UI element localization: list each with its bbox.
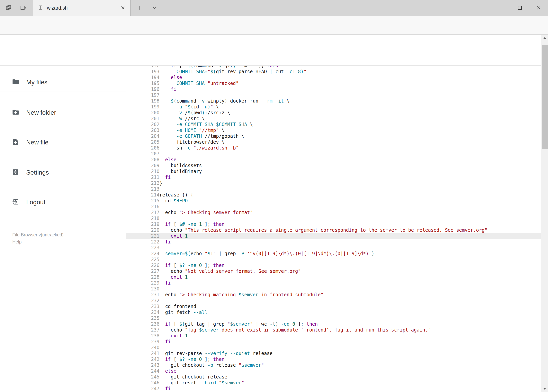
code-text: COMMIT_SHA="untracked" (160, 81, 541, 86)
tab-preview-icon[interactable] (4, 4, 13, 12)
code-line[interactable]: 220 echo "This release script requires a… (126, 227, 541, 233)
code-text (160, 245, 541, 251)
code-line[interactable]: 230 (126, 286, 541, 292)
code-line[interactable]: 229 fi (126, 280, 541, 286)
code-line[interactable]: 247 fi (126, 386, 541, 392)
code-line[interactable]: 219 if [ $# -ne 1 ]; then (126, 222, 541, 227)
code-line[interactable]: 224 semver=$(echo "$1" | grep -P '^v(0|[… (126, 251, 541, 257)
code-editor[interactable]: 192 if [ "$(command -v git)" != "" ]; th… (126, 66, 541, 392)
code-text (160, 92, 541, 98)
new-folder-icon (12, 108, 19, 117)
code-line[interactable]: 223 (126, 245, 541, 251)
code-text: echo "> Checking matching $semver in fro… (160, 292, 541, 298)
code-line[interactable]: 205 filebrowser/dev \ (126, 139, 541, 145)
line-number: 192 (126, 66, 160, 69)
code-line[interactable]: 201 -w //src \ (126, 116, 541, 122)
line-number: 212 (126, 181, 160, 186)
line-number: 233 (126, 304, 160, 310)
code-line[interactable]: 233 cd frontend (126, 304, 541, 310)
tab-close-icon[interactable] (119, 4, 127, 12)
line-number: 220 (126, 227, 160, 233)
scroll-up-icon[interactable] (541, 35, 548, 42)
code-line[interactable]: 210 buildBinary (126, 169, 541, 175)
line-number: 243 (126, 363, 160, 368)
code-line[interactable]: 208 else (126, 157, 541, 163)
tabs-aside-icon[interactable] (19, 4, 28, 12)
code-line[interactable]: 194 else (126, 75, 541, 81)
code-line[interactable]: 245 git checkout release (126, 374, 541, 380)
browser-tab[interactable]: wizard.sh (33, 0, 131, 16)
code-line[interactable]: 200 -v /$(pwd):/src:z \ (126, 110, 541, 116)
code-line[interactable]: 196 fi (126, 86, 541, 92)
sidebar-item-my-files[interactable]: My files (0, 73, 126, 91)
code-line[interactable]: 202 -e COMMIT_SHA=$COMMIT_SHA \ (126, 122, 541, 128)
code-text: fi (160, 386, 541, 392)
code-line[interactable]: 235 (126, 315, 541, 321)
code-line[interactable]: 203 -e HOME="//tmp" \ (126, 128, 541, 133)
code-text: else (160, 368, 541, 374)
code-line[interactable]: 244 else (126, 368, 541, 374)
sidebar-item-logout[interactable]: Logout (0, 193, 126, 211)
code-line[interactable]: 221 exit 1 (126, 233, 541, 239)
line-number: 219 (126, 222, 160, 227)
code-line[interactable]: 193 COMMIT_SHA="$(git rev-parse HEAD | c… (126, 69, 541, 75)
code-line[interactable]: 231 echo "> Checking matching $semver in… (126, 292, 541, 298)
close-icon[interactable] (529, 0, 548, 16)
code-line[interactable]: 234 git fetch --all (126, 310, 541, 315)
line-number: 217 (126, 210, 160, 216)
code-line[interactable]: 217 echo "> Checking semver format" (126, 210, 541, 216)
code-line[interactable]: 237 echo "Tag $semver does not exist in … (126, 327, 541, 333)
line-number: 213 (126, 186, 160, 192)
sidebar-item-new-folder[interactable]: New folder (0, 103, 126, 122)
maximize-icon[interactable] (510, 0, 529, 16)
code-line[interactable]: 225 (126, 257, 541, 263)
code-line[interactable]: 206 sh -c "./wizard.sh -b" (126, 145, 541, 151)
line-number: 247 (126, 386, 160, 392)
code-line[interactable]: 195 COMMIT_SHA="untracked" (126, 81, 541, 86)
code-line[interactable]: 228 exit 1 (126, 274, 541, 280)
code-line[interactable]: 213 (126, 186, 541, 192)
code-line[interactable]: 238 exit 1 (126, 333, 541, 339)
code-line[interactable]: 227 echo "Not valid semver format. See s… (126, 268, 541, 274)
code-line[interactable]: 207 (126, 151, 541, 157)
code-line[interactable]: 197 (126, 92, 541, 98)
line-number: 211 (126, 175, 160, 181)
code-line[interactable]: 192 if [ "$(command -v git)" != "" ]; th… (126, 66, 541, 69)
code-line[interactable]: 222 fi (126, 239, 541, 245)
code-line[interactable]: 240 (126, 345, 541, 351)
line-number: 196 (126, 86, 160, 92)
code-line[interactable]: 239 fi (126, 339, 541, 345)
code-line[interactable]: 241 git rev-parse --verify --quiet relea… (126, 351, 541, 357)
code-line[interactable]: 204 -e GOPATH=//tmp/gopath \ (126, 133, 541, 139)
code-line[interactable]: 236 if [ $(git tag | grep "$semver" | wc… (126, 321, 541, 327)
code-line[interactable]: 226 if [ $? -ne 0 ]; then (126, 263, 541, 268)
code-text: if [ $? -ne 0 ]; then (160, 357, 541, 363)
code-line[interactable]: 211 fi (126, 175, 541, 181)
help-link[interactable]: Help (12, 238, 64, 245)
code-text: -e GOPATH=//tmp/gopath \ (160, 133, 541, 139)
code-line[interactable]: 246 git reset --hard "$semver" (126, 380, 541, 386)
scrollbar-thumb[interactable] (542, 45, 548, 149)
folder-icon (12, 78, 19, 86)
scroll-down-icon[interactable] (541, 385, 548, 392)
code-line[interactable]: 199 -u "$(id -u)" \ (126, 104, 541, 110)
code-line[interactable]: 242 if [ $? -ne 0 ]; then (126, 357, 541, 363)
new-tab-icon[interactable] (135, 4, 144, 12)
code-line[interactable]: 212} (126, 181, 541, 186)
code-line[interactable]: 215 cd $REPO (126, 198, 541, 204)
code-line[interactable]: 218 (126, 216, 541, 222)
code-line[interactable]: 198 $(command -v winpty) docker run --rm… (126, 98, 541, 104)
code-text (160, 286, 541, 292)
line-number: 237 (126, 327, 160, 333)
code-line[interactable]: 209 buildAssets (126, 163, 541, 169)
minimize-icon[interactable] (492, 0, 510, 16)
vertical-scrollbar[interactable] (541, 35, 548, 392)
code-line[interactable]: 232 (126, 298, 541, 304)
sidebar-item-settings[interactable]: Settings (0, 163, 126, 182)
tabs-chevron-icon[interactable] (150, 4, 159, 12)
code-line[interactable]: 216 (126, 204, 541, 210)
fold-marker-icon[interactable]: ▾ (163, 192, 165, 196)
sidebar-item-new-file[interactable]: New file (0, 133, 126, 152)
code-line[interactable]: 214▾release () { (126, 192, 541, 198)
code-line[interactable]: 243 git checkout -b release "$semver" (126, 363, 541, 368)
